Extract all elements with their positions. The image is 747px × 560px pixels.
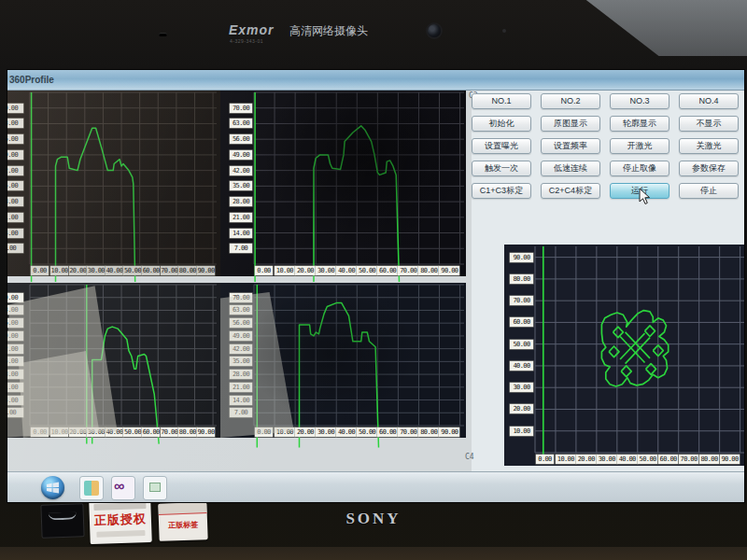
chart-panel-c4: 7.0014.0021.0028.0035.0042.0049.0056.006…	[220, 283, 466, 438]
start-button[interactable]	[41, 476, 64, 499]
camera-tag-c4: C4	[465, 453, 474, 461]
y-tick-label: 50.00	[510, 340, 533, 349]
y-tick-label: 70.00	[7, 293, 23, 302]
y-tick-label: 56.00	[230, 318, 252, 328]
tag-sticker-header	[158, 502, 206, 515]
x-tick-label: 50.00	[357, 427, 377, 437]
y-tick-label: 42.00	[7, 344, 23, 354]
y-tick-label: 56.00	[7, 134, 23, 144]
x-tick-label: 80.00	[418, 427, 439, 437]
run-button[interactable]: 运行	[610, 183, 669, 199]
taskbar: ∞	[7, 471, 744, 502]
y-tick-label: 40.00	[510, 361, 533, 371]
no-display-button[interactable]: 不显示	[679, 116, 739, 132]
x-tick-label: 70.00	[161, 427, 178, 437]
x-tick-label: 10.00	[50, 427, 68, 437]
save-params-button[interactable]: 参数保存	[679, 161, 739, 176]
x-tick-label: 10.00	[556, 455, 576, 464]
window-title: 360Profile	[9, 75, 54, 85]
license-sticker-smallprint	[96, 530, 145, 538]
y-tick-label: 63.00	[230, 305, 252, 315]
y-tick-label: 90.00	[510, 253, 533, 262]
c2-c4-calibrate-button[interactable]: C2+C4标定	[541, 183, 600, 199]
y-tick-label: 7.00	[230, 244, 252, 253]
capture-tool-icon	[149, 483, 161, 492]
low-speed-continuous-button[interactable]: 低速连续	[541, 161, 600, 176]
set-exposure-button[interactable]: 设置曝光	[472, 138, 531, 154]
energy-sticker	[40, 503, 84, 539]
chart-plot-c1: 7.0014.0021.0028.0035.0042.0049.0056.006…	[30, 92, 217, 264]
y-tick-label: 28.00	[230, 370, 252, 379]
chart-canvas-c1	[30, 92, 217, 288]
x-tick-label: 20.00	[576, 455, 597, 464]
no2-button[interactable]: NO.2	[541, 93, 600, 109]
y-tick-label: 21.00	[230, 383, 252, 392]
y-tick-label: 42.00	[230, 344, 252, 354]
raw-image-display-button[interactable]: 原图显示	[541, 116, 600, 132]
no1-button[interactable]: NO.1	[472, 93, 531, 109]
x-tick-label: 60.00	[658, 455, 679, 464]
laser-off-button[interactable]: 关激光	[679, 138, 739, 154]
room-background	[551, 0, 747, 56]
y-tick-label: 28.00	[7, 370, 23, 379]
y-tick-label: 70.00	[230, 104, 252, 113]
window-titlebar[interactable]: 360Profile	[7, 70, 744, 91]
x-tick-label: 70.00	[398, 266, 418, 275]
x-tick-label: 80.00	[178, 266, 196, 275]
y-tick-label: 70.00	[7, 104, 23, 113]
laptop-screen: 360Profile 7.0014.0021.0028.0035.0042.00…	[7, 70, 744, 502]
x-tick-label: 60.00	[142, 266, 160, 275]
chart-plot-c4: 7.0014.0021.0028.0035.0042.0049.0056.006…	[254, 285, 464, 426]
x-tick-label: 50.00	[357, 266, 377, 275]
no3-button[interactable]: NO.3	[610, 93, 669, 109]
y-tick-label: 60.00	[510, 317, 533, 327]
x-tick-label: 20.00	[295, 266, 316, 275]
x-tick-label: 0.00	[536, 455, 554, 464]
stop-capture-button[interactable]: 停止取像	[610, 161, 669, 176]
chart-panel-c3: 7.0014.0021.0028.0035.0042.0049.0056.006…	[220, 91, 466, 276]
webcam-strip: Exmor 高清网络摄像头 4-329-343-01	[140, 17, 532, 50]
x-tick-label: 60.00	[377, 266, 398, 275]
webcam-lens-icon	[428, 24, 441, 37]
x-tick-label: 20.00	[295, 427, 316, 437]
chart-panel-c2: 7.0014.0021.0028.0035.0042.0049.0056.006…	[7, 283, 220, 438]
laser-on-button[interactable]: 开激光	[610, 138, 669, 154]
taskbar-icon-profile-app[interactable]	[80, 477, 103, 499]
y-tick-label: 35.00	[7, 181, 23, 190]
x-tick-label: 10.00	[275, 427, 295, 437]
x-tick-label: 0.00	[31, 266, 49, 275]
microphone-hole-icon	[159, 33, 167, 36]
x-tick-label: 70.00	[398, 427, 418, 437]
c1-c3-calibrate-button[interactable]: C1+C3标定	[472, 183, 531, 199]
y-tick-label: 42.00	[230, 166, 252, 175]
trace-profile	[56, 128, 135, 282]
trace-diamond-sw	[621, 366, 631, 377]
x-tick-label: 90.00	[720, 455, 740, 464]
x-tick-label: 80.00	[178, 427, 196, 437]
y-tick-label: 42.00	[7, 166, 23, 175]
init-button[interactable]: 初始化	[472, 116, 531, 132]
trigger-once-button[interactable]: 触发一次	[472, 161, 531, 176]
visual-studio-icon: ∞	[114, 478, 124, 495]
contour-display-button[interactable]: 轮廓显示	[610, 116, 669, 132]
chart-canvas-c4	[254, 285, 464, 450]
stop-button[interactable]: 停止	[679, 183, 739, 199]
y-tick-label: 28.00	[7, 197, 23, 206]
y-tick-label: 56.00	[230, 134, 252, 144]
taskbar-icon-visual-studio[interactable]: ∞	[112, 477, 134, 499]
chart-plot-combined: 10.0020.0030.0040.0050.0060.0070.0080.00…	[535, 246, 744, 453]
taskbar-icon-capture-tool[interactable]	[144, 477, 166, 499]
x-tick-label: 10.00	[275, 266, 295, 275]
genuine-tag-sticker: 正版标签	[158, 502, 207, 541]
y-tick-label: 63.00	[230, 119, 252, 128]
set-frequency-button[interactable]: 设置频率	[541, 138, 600, 154]
chart-canvas-combined	[535, 246, 744, 471]
x-tick-label: 80.00	[418, 266, 439, 275]
webcam-model-number: 4-329-343-01	[230, 38, 263, 44]
x-tick-label: 70.00	[161, 266, 178, 275]
license-sticker-title: 正版授权	[90, 511, 152, 529]
no4-button[interactable]: NO.4	[679, 93, 739, 109]
y-tick-label: 49.00	[230, 331, 252, 341]
x-tick-label: 50.00	[123, 266, 141, 275]
webcam-indicator-dot	[502, 29, 506, 33]
